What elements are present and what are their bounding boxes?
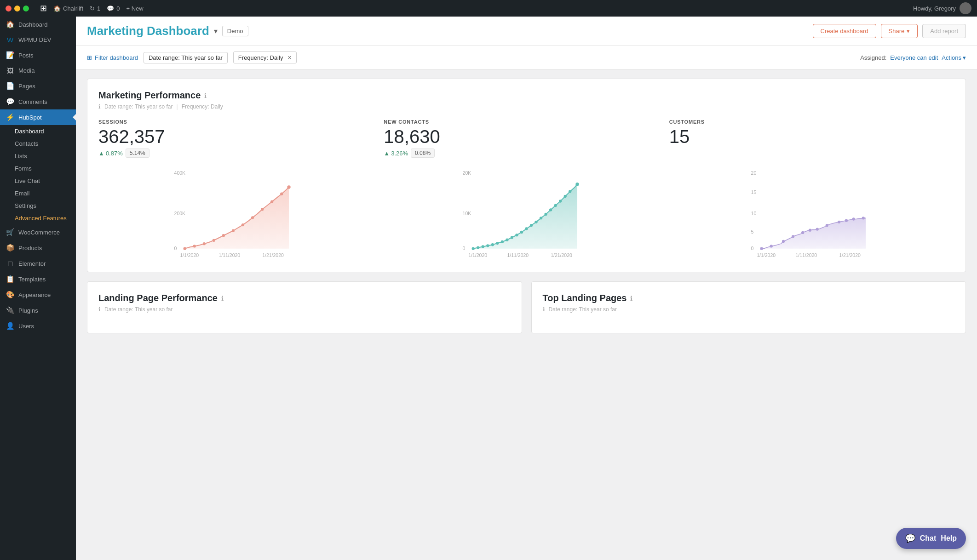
stat-sessions-change: ▲ 0.87% [98,150,123,157]
svg-text:20: 20 [751,170,757,176]
top-landing-pages-info-icon[interactable]: ℹ [630,295,632,302]
landing-page-performance-card: Landing Page Performance ℹ ℹ Date range:… [87,281,522,333]
meta-separator: | [177,103,178,110]
sidebar-item-woocommerce[interactable]: 🛒 WooCommerce [0,224,76,240]
chat-bubble[interactable]: 💬 Chat Help [896,528,966,549]
svg-text:10: 10 [751,211,757,216]
info-icon[interactable]: ℹ [204,92,207,99]
frequency-tag[interactable]: Frequency: Daily × [233,51,297,63]
bottom-cards: Landing Page Performance ℹ ℹ Date range:… [87,281,966,333]
date-range-tag[interactable]: Date range: This year so far [144,52,228,63]
user-avatar[interactable] [960,2,971,14]
svg-text:1/1/2020: 1/1/2020 [180,252,199,258]
sidebar-label-posts: Posts [18,52,34,59]
new-content-link[interactable]: + New [126,5,144,12]
svg-point-40 [554,204,557,207]
submenu-item-settings[interactable]: Settings [0,200,76,212]
assigned-value[interactable]: Everyone can edit [890,54,938,61]
sidebar: 🏠 Dashboard W WPMU DEV 📝 Posts 🖼 Media 📄… [0,17,76,560]
landing-page-title: Landing Page Performance [98,293,218,303]
contacts-chart: 20K 10K 0 [387,169,666,261]
stat-contacts: NEW CONTACTS 18,630 ▲ 3.26% 0.08% [384,119,669,158]
sessions-chart: 400K 200K 0 [98,169,378,261]
hubspot-icon: ⚡ [6,113,15,121]
sidebar-label-media: Media [18,67,34,74]
sidebar-item-plugins[interactable]: 🔌 Plugins [0,303,76,318]
sidebar-item-media[interactable]: 🖼 Media [0,63,76,78]
stat-sessions-value: 362,357 [98,126,384,147]
submenu-item-email[interactable]: Email [0,187,76,200]
submenu-label-email: Email [15,190,30,197]
main-layout: 🏠 Dashboard W WPMU DEV 📝 Posts 🖼 Media 📄… [0,17,977,560]
home-icon: 🏠 [53,5,61,12]
elementor-icon: ◻ [6,259,15,268]
assigned-prefix: Assigned: [860,54,886,61]
svg-point-14 [280,193,283,195]
submenu-item-lists[interactable]: Lists [0,150,76,162]
comments-nav-icon: 💬 [6,97,15,106]
share-button[interactable]: Share ▾ [881,24,918,38]
submenu-item-contacts[interactable]: Contacts [0,137,76,150]
landing-page-meta-info-icon: ℹ [98,306,101,313]
updates-link[interactable]: ↻ 1 [90,5,100,12]
sidebar-item-templates[interactable]: 📋 Templates [0,271,76,287]
filter-dashboard-link[interactable]: ⊞ Filter dashboard [87,54,138,61]
close-button[interactable] [6,6,11,11]
frequency-label: Frequency: Daily [238,54,283,61]
demo-badge[interactable]: Demo [222,26,248,36]
submenu-item-advanced[interactable]: Advanced Features [0,212,76,224]
sidebar-item-appearance[interactable]: 🎨 Appearance [0,287,76,303]
minimize-button[interactable] [14,6,20,11]
stats-row: SESSIONS 362,357 ▲ 0.87% 5.14% NEW CONTA… [98,119,954,158]
svg-point-38 [544,213,547,216]
landing-page-info-icon[interactable]: ℹ [221,295,224,302]
svg-point-15 [287,185,290,189]
sessions-chart-svg: 400K 200K 0 [98,169,378,261]
submenu-item-forms[interactable]: Forms [0,162,76,175]
page-title-area: Marketing Dashboard ▾ Demo [87,24,248,38]
svg-marker-3 [185,187,289,249]
sidebar-item-wpmu[interactable]: W WPMU DEV [0,32,76,47]
stat-contacts-change: ▲ 3.26% [384,150,408,157]
frequency-close-icon[interactable]: × [287,54,291,61]
site-link[interactable]: 🏠 Chairlift [53,5,83,12]
sidebar-item-products[interactable]: 📦 Products [0,240,76,256]
comments-link[interactable]: 💬 0 [107,5,120,12]
submenu-item-livechat[interactable]: Live Chat [0,175,76,187]
customers-chart-svg: 20 15 10 5 0 [675,169,954,261]
products-icon: 📦 [6,244,15,252]
svg-point-24 [477,246,479,249]
svg-text:0: 0 [463,246,466,251]
wp-logo[interactable]: ⊞ [40,3,47,13]
stat-customers-value: 15 [669,126,954,147]
actions-chevron-icon: ▾ [963,54,966,61]
svg-text:1/21/2020: 1/21/2020 [551,252,572,258]
woocommerce-icon: 🛒 [6,228,15,236]
svg-point-55 [770,245,773,247]
svg-text:10K: 10K [463,211,471,216]
sidebar-item-dashboard[interactable]: 🏠 Dashboard [0,17,76,32]
landing-page-title-row: Landing Page Performance ℹ [98,293,511,303]
help-label: Help [941,534,957,543]
page-title: Marketing Dashboard [87,24,209,38]
submenu-item-dashboard[interactable]: Dashboard [0,125,76,137]
create-dashboard-button[interactable]: Create dashboard [813,24,876,38]
stat-contacts-change-row: ▲ 3.26% 0.08% [384,149,669,158]
sidebar-item-elementor[interactable]: ◻ Elementor [0,256,76,271]
sidebar-item-posts[interactable]: 📝 Posts [0,47,76,63]
sidebar-label-dashboard: Dashboard [18,21,48,28]
title-dropdown-icon[interactable]: ▾ [214,27,218,35]
sidebar-item-comments[interactable]: 💬 Comments [0,94,76,109]
sidebar-label-elementor: Elementor [18,260,46,267]
sidebar-label-wpmu: WPMU DEV [18,36,52,43]
sidebar-item-pages[interactable]: 📄 Pages [0,78,76,94]
sidebar-item-users[interactable]: 👤 Users [0,318,76,334]
sidebar-item-hubspot[interactable]: ⚡ HubSpot [0,109,76,125]
svg-point-62 [838,221,840,223]
actions-dropdown[interactable]: Actions ▾ [942,54,966,61]
svg-point-5 [193,245,196,247]
maximize-button[interactable] [23,6,29,11]
svg-point-56 [782,240,785,243]
sidebar-label-plugins: Plugins [18,307,38,314]
wpmu-icon: W [6,36,15,44]
